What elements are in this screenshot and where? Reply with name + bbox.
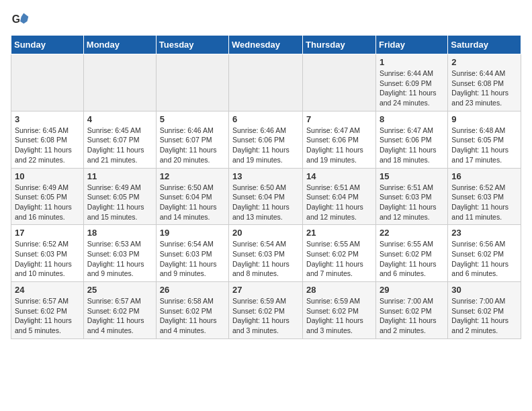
- calendar-cell: 11Sunrise: 6:49 AM Sunset: 6:05 PM Dayli…: [83, 168, 156, 225]
- logo: G: [11, 11, 32, 30]
- calendar-week-row: 24Sunrise: 6:57 AM Sunset: 6:02 PM Dayli…: [11, 282, 521, 339]
- day-number: 27: [232, 285, 299, 295]
- calendar-cell: [156, 54, 228, 111]
- calendar-header-sunday: Sunday: [11, 36, 84, 54]
- calendar-cell: 27Sunrise: 6:59 AM Sunset: 6:02 PM Dayli…: [229, 282, 303, 339]
- day-info: Sunrise: 6:54 AM Sunset: 6:03 PM Dayligh…: [160, 239, 225, 279]
- calendar-cell: 8Sunrise: 6:47 AM Sunset: 6:06 PM Daylig…: [375, 111, 447, 168]
- day-info: Sunrise: 6:47 AM Sunset: 6:06 PM Dayligh…: [380, 126, 444, 165]
- calendar-header-wednesday: Wednesday: [229, 36, 303, 54]
- day-info: Sunrise: 6:47 AM Sunset: 6:06 PM Dayligh…: [306, 126, 372, 165]
- day-info: Sunrise: 6:57 AM Sunset: 6:02 PM Dayligh…: [87, 296, 152, 336]
- calendar-cell: 14Sunrise: 6:51 AM Sunset: 6:04 PM Dayli…: [303, 168, 376, 225]
- day-info: Sunrise: 6:49 AM Sunset: 6:05 PM Dayligh…: [87, 183, 152, 222]
- calendar-week-row: 17Sunrise: 6:52 AM Sunset: 6:03 PM Dayli…: [11, 225, 521, 282]
- day-info: Sunrise: 6:50 AM Sunset: 6:04 PM Dayligh…: [160, 183, 225, 222]
- calendar-cell: 15Sunrise: 6:51 AM Sunset: 6:03 PM Dayli…: [375, 168, 447, 225]
- day-number: 11: [87, 171, 152, 181]
- day-number: 7: [306, 114, 372, 124]
- day-number: 1: [380, 57, 444, 67]
- calendar-cell: 23Sunrise: 6:56 AM Sunset: 6:02 PM Dayli…: [448, 225, 521, 282]
- day-number: 14: [306, 171, 372, 181]
- day-number: 21: [306, 228, 372, 238]
- day-number: 5: [160, 114, 225, 124]
- day-number: 19: [160, 228, 225, 238]
- calendar-header-thursday: Thursday: [303, 36, 376, 54]
- page-header: G: [11, 11, 521, 30]
- day-info: Sunrise: 6:53 AM Sunset: 6:03 PM Dayligh…: [87, 239, 152, 279]
- day-info: Sunrise: 6:49 AM Sunset: 6:05 PM Dayligh…: [15, 183, 80, 222]
- day-info: Sunrise: 7:00 AM Sunset: 6:02 PM Dayligh…: [451, 296, 517, 336]
- calendar-cell: 17Sunrise: 6:52 AM Sunset: 6:03 PM Dayli…: [11, 225, 84, 282]
- calendar-header-tuesday: Tuesday: [156, 36, 228, 54]
- calendar-cell: 16Sunrise: 6:52 AM Sunset: 6:03 PM Dayli…: [448, 168, 521, 225]
- calendar-week-row: 10Sunrise: 6:49 AM Sunset: 6:05 PM Dayli…: [11, 168, 521, 225]
- calendar-cell: 1Sunrise: 6:44 AM Sunset: 6:09 PM Daylig…: [375, 54, 447, 111]
- day-number: 23: [451, 228, 517, 238]
- day-info: Sunrise: 6:55 AM Sunset: 6:02 PM Dayligh…: [380, 239, 444, 279]
- day-info: Sunrise: 6:44 AM Sunset: 6:08 PM Dayligh…: [451, 68, 517, 108]
- day-number: 4: [87, 114, 152, 124]
- day-info: Sunrise: 6:58 AM Sunset: 6:02 PM Dayligh…: [160, 296, 225, 336]
- logo-icon: G: [11, 11, 30, 30]
- day-number: 2: [451, 57, 517, 67]
- calendar-cell: 13Sunrise: 6:50 AM Sunset: 6:04 PM Dayli…: [229, 168, 303, 225]
- calendar-cell: 2Sunrise: 6:44 AM Sunset: 6:08 PM Daylig…: [448, 54, 521, 111]
- calendar-cell: 4Sunrise: 6:45 AM Sunset: 6:07 PM Daylig…: [83, 111, 156, 168]
- calendar-cell: [303, 54, 376, 111]
- calendar-cell: 29Sunrise: 7:00 AM Sunset: 6:02 PM Dayli…: [375, 282, 447, 339]
- calendar-week-row: 3Sunrise: 6:45 AM Sunset: 6:08 PM Daylig…: [11, 111, 521, 168]
- calendar-cell: 21Sunrise: 6:55 AM Sunset: 6:02 PM Dayli…: [303, 225, 376, 282]
- day-number: 9: [451, 114, 517, 124]
- calendar-cell: 20Sunrise: 6:54 AM Sunset: 6:03 PM Dayli…: [229, 225, 303, 282]
- day-info: Sunrise: 6:56 AM Sunset: 6:02 PM Dayligh…: [451, 239, 517, 279]
- calendar-header-friday: Friday: [375, 36, 447, 54]
- day-info: Sunrise: 6:45 AM Sunset: 6:08 PM Dayligh…: [15, 126, 80, 165]
- day-number: 18: [87, 228, 152, 238]
- day-number: 6: [232, 114, 299, 124]
- calendar-cell: 18Sunrise: 6:53 AM Sunset: 6:03 PM Dayli…: [83, 225, 156, 282]
- day-info: Sunrise: 6:50 AM Sunset: 6:04 PM Dayligh…: [232, 183, 299, 222]
- day-number: 13: [232, 171, 299, 181]
- calendar-header-row: SundayMondayTuesdayWednesdayThursdayFrid…: [11, 36, 521, 54]
- calendar-cell: 9Sunrise: 6:48 AM Sunset: 6:05 PM Daylig…: [448, 111, 521, 168]
- day-info: Sunrise: 6:57 AM Sunset: 6:02 PM Dayligh…: [15, 296, 80, 336]
- day-info: Sunrise: 6:59 AM Sunset: 6:02 PM Dayligh…: [232, 296, 299, 336]
- day-number: 16: [451, 171, 517, 181]
- day-number: 30: [451, 285, 517, 295]
- day-number: 3: [15, 114, 80, 124]
- calendar-cell: [83, 54, 156, 111]
- calendar-cell: [229, 54, 303, 111]
- calendar-cell: 5Sunrise: 6:46 AM Sunset: 6:07 PM Daylig…: [156, 111, 228, 168]
- day-info: Sunrise: 6:54 AM Sunset: 6:03 PM Dayligh…: [232, 239, 299, 279]
- day-number: 15: [380, 171, 444, 181]
- calendar-cell: 28Sunrise: 6:59 AM Sunset: 6:02 PM Dayli…: [303, 282, 376, 339]
- day-number: 17: [15, 228, 80, 238]
- day-info: Sunrise: 6:51 AM Sunset: 6:04 PM Dayligh…: [306, 183, 372, 222]
- calendar-header-saturday: Saturday: [448, 36, 521, 54]
- day-info: Sunrise: 6:44 AM Sunset: 6:09 PM Dayligh…: [380, 68, 444, 108]
- svg-text:G: G: [12, 13, 20, 25]
- day-info: Sunrise: 7:00 AM Sunset: 6:02 PM Dayligh…: [380, 296, 444, 336]
- day-info: Sunrise: 6:52 AM Sunset: 6:03 PM Dayligh…: [451, 183, 517, 222]
- calendar-cell: 7Sunrise: 6:47 AM Sunset: 6:06 PM Daylig…: [303, 111, 376, 168]
- day-number: 25: [87, 285, 152, 295]
- day-info: Sunrise: 6:46 AM Sunset: 6:07 PM Dayligh…: [160, 126, 225, 165]
- calendar-week-row: 1Sunrise: 6:44 AM Sunset: 6:09 PM Daylig…: [11, 54, 521, 111]
- calendar-cell: 12Sunrise: 6:50 AM Sunset: 6:04 PM Dayli…: [156, 168, 228, 225]
- day-number: 10: [15, 171, 80, 181]
- day-number: 8: [380, 114, 444, 124]
- day-number: 12: [160, 171, 225, 181]
- day-number: 20: [232, 228, 299, 238]
- day-info: Sunrise: 6:51 AM Sunset: 6:03 PM Dayligh…: [380, 183, 444, 222]
- calendar-cell: 22Sunrise: 6:55 AM Sunset: 6:02 PM Dayli…: [375, 225, 447, 282]
- day-info: Sunrise: 6:48 AM Sunset: 6:05 PM Dayligh…: [451, 126, 517, 165]
- calendar-header-monday: Monday: [83, 36, 156, 54]
- day-info: Sunrise: 6:59 AM Sunset: 6:02 PM Dayligh…: [306, 296, 372, 336]
- day-number: 22: [380, 228, 444, 238]
- calendar-cell: [11, 54, 84, 111]
- day-number: 28: [306, 285, 372, 295]
- calendar-cell: 6Sunrise: 6:46 AM Sunset: 6:06 PM Daylig…: [229, 111, 303, 168]
- calendar-cell: 10Sunrise: 6:49 AM Sunset: 6:05 PM Dayli…: [11, 168, 84, 225]
- day-number: 29: [380, 285, 444, 295]
